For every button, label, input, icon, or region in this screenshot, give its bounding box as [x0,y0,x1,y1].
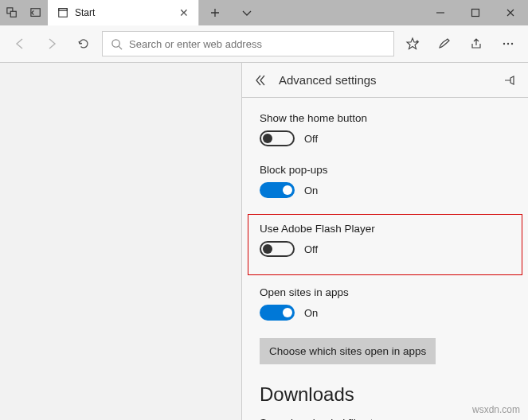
minimize-button[interactable] [423,0,458,25]
popups-toggle[interactable] [260,182,295,198]
popups-state: On [304,185,318,196]
tab-close-button[interactable]: ✕ [179,6,189,19]
settings-panel: Advanced settings Show the home button O… [241,63,528,420]
svg-rect-3 [59,9,68,18]
tab-title: Start [75,7,173,18]
favorites-button[interactable] [399,30,426,57]
address-bar[interactable] [102,31,394,56]
downloads-title: Downloads [260,383,510,406]
choose-sites-button[interactable]: Choose which sites open in apps [260,338,436,364]
recent-activities-icon[interactable] [0,0,24,25]
search-icon [111,38,123,50]
back-chevron-icon[interactable] [253,73,268,88]
open-apps-state: On [304,307,318,319]
pin-icon[interactable] [503,73,517,88]
home-button-state: Off [304,133,318,145]
window-controls [423,0,528,25]
popups-toggle-row: On [260,182,510,198]
tab-page-icon [57,7,68,18]
home-button-toggle[interactable] [260,130,295,146]
share-button[interactable] [463,30,490,57]
flash-toggle[interactable] [260,241,295,257]
home-button-toggle-row: Off [260,130,510,146]
svg-point-7 [503,43,505,45]
popups-label: Block pop-ups [260,164,510,176]
flash-state: Off [304,243,318,255]
open-apps-toggle-row: On [260,305,510,321]
back-button[interactable] [6,30,33,57]
panel-header: Advanced settings [242,63,528,98]
close-window-button[interactable] [493,0,528,25]
set-aside-tabs-icon[interactable] [24,0,48,25]
titlebar-left [0,0,48,25]
svg-point-6 [112,39,119,46]
svg-rect-4 [59,9,68,11]
panel-body: Show the home button Off Block pop-ups O… [242,98,528,420]
panel-title: Advanced settings [279,73,491,87]
home-button-label: Show the home button [260,112,510,124]
svg-rect-5 [472,10,479,17]
flash-highlight-box: Use Adobe Flash Player Off [248,214,522,275]
forward-button[interactable] [38,30,65,57]
address-input[interactable] [129,38,385,50]
more-button[interactable] [495,30,522,57]
flash-toggle-row: Off [260,241,510,257]
notes-button[interactable] [431,30,458,57]
downloads-save-label: Save downloaded files to [260,417,510,420]
content-area: Advanced settings Show the home button O… [0,63,528,420]
watermark: wsxdn.com [472,404,520,415]
open-apps-toggle[interactable] [260,305,295,321]
flash-label: Use Adobe Flash Player [260,223,510,235]
svg-rect-1 [10,11,16,17]
maximize-button[interactable] [458,0,493,25]
toolbar [0,25,528,63]
open-apps-label: Open sites in apps [260,286,510,298]
refresh-button[interactable] [70,30,97,57]
svg-point-8 [507,43,509,45]
title-bar: Start ✕ [0,0,528,25]
svg-point-9 [511,43,513,45]
tab-actions-button[interactable] [231,0,263,25]
browser-tab[interactable]: Start ✕ [48,0,199,25]
new-tab-button[interactable] [199,0,231,25]
